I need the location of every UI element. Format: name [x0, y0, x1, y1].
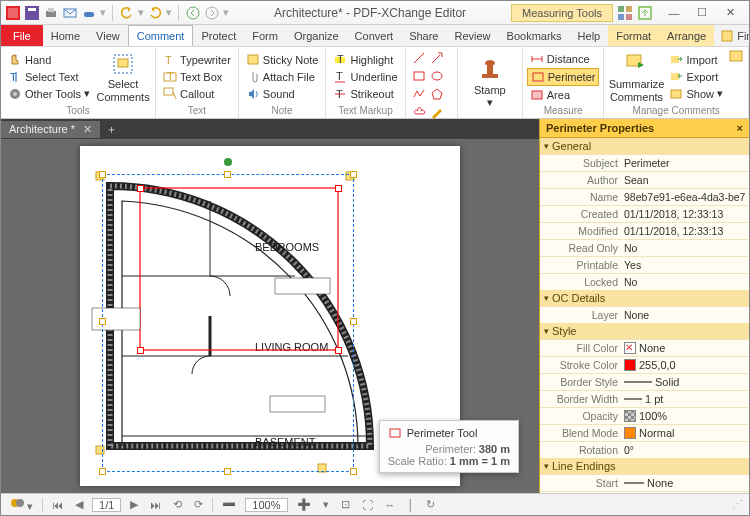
page-first-icon[interactable]: ⏮: [49, 499, 66, 511]
menu-comment[interactable]: Comment: [128, 25, 194, 46]
rotate-cw-icon[interactable]: ↻: [423, 498, 438, 511]
selection-bounds[interactable]: [102, 174, 354, 472]
strikeout-tool[interactable]: TStrikeout: [330, 86, 400, 102]
scan-icon[interactable]: [81, 5, 97, 21]
new-tab-button[interactable]: ＋: [100, 122, 123, 137]
shape-cloud-icon[interactable]: [412, 105, 427, 120]
page-prev-icon[interactable]: ◀: [72, 498, 86, 511]
select-comments-tool[interactable]: Select Comments: [95, 49, 151, 104]
sticky-note-tool[interactable]: Sticky Note: [243, 52, 322, 68]
typewriter-tool[interactable]: TTypewriter: [160, 52, 234, 68]
menu-help[interactable]: Help: [570, 25, 609, 46]
find-button[interactable]: Find...: [714, 25, 750, 46]
export-comments[interactable]: Export: [666, 69, 726, 85]
nav-fwd-icon[interactable]: [204, 5, 220, 21]
redo-icon[interactable]: [147, 5, 163, 21]
shape-arrow-icon[interactable]: [430, 51, 445, 66]
shape-rect-icon[interactable]: [412, 69, 427, 84]
window-title: Architecture* - PDF-XChange Editor: [229, 6, 511, 20]
section-oc[interactable]: ▾OC Details: [540, 290, 749, 306]
ribbon-group-manage: Summarize Comments Import Export Show ▾ …: [604, 47, 749, 118]
shape-line-icon[interactable]: [412, 51, 427, 66]
section-style[interactable]: ▾Style: [540, 323, 749, 339]
minimize-button[interactable]: —: [661, 4, 687, 22]
stamp-tool[interactable]: Stamp ▾: [462, 49, 518, 115]
zoom-width-icon[interactable]: ↔: [382, 499, 399, 511]
svg-text:T: T: [165, 54, 172, 66]
perimeter-tool[interactable]: Perimeter: [527, 68, 600, 86]
save-icon[interactable]: [24, 5, 40, 21]
show-comments[interactable]: Show ▾: [666, 86, 726, 102]
shape-polygon-icon[interactable]: [430, 87, 445, 102]
menu-convert[interactable]: Convert: [347, 25, 402, 46]
options-icon[interactable]: ▾: [7, 496, 36, 513]
menu-review[interactable]: Review: [446, 25, 498, 46]
resize-grip[interactable]: ⋰: [732, 498, 743, 511]
menu-view[interactable]: View: [88, 25, 128, 46]
highlight-tool[interactable]: THighlight: [330, 52, 400, 68]
page-last-icon[interactable]: ⏭: [147, 499, 164, 511]
print-icon[interactable]: [43, 5, 59, 21]
attach-file-tool[interactable]: Attach File: [243, 69, 322, 85]
svg-point-21: [13, 92, 17, 96]
email-icon[interactable]: [62, 5, 78, 21]
undo-icon[interactable]: [119, 5, 135, 21]
page-next-icon[interactable]: ▶: [127, 498, 141, 511]
close-panel-icon[interactable]: ×: [737, 122, 743, 134]
section-general[interactable]: ▾General: [540, 138, 749, 154]
canvas[interactable]: BEDROOMS LIVING ROOM BASEMENT: [1, 139, 539, 493]
svg-rect-27: [164, 88, 173, 95]
svg-rect-3: [28, 8, 36, 11]
close-tab-icon[interactable]: ✕: [83, 123, 92, 136]
other-tools[interactable]: Other Tools ▾: [5, 86, 93, 102]
svg-rect-23: [118, 59, 128, 67]
menu-bookmarks[interactable]: Bookmarks: [499, 25, 570, 46]
svg-rect-1: [8, 8, 18, 18]
shape-oval-icon[interactable]: [430, 69, 445, 84]
zoom-level[interactable]: 100%: [245, 498, 287, 512]
select-text-tool[interactable]: TSelect Text: [5, 69, 93, 85]
zoom-in-icon[interactable]: ➕: [294, 498, 314, 511]
summarize-comments[interactable]: Summarize Comments: [608, 49, 664, 104]
nav-back-icon[interactable]: [185, 5, 201, 21]
shape-pencil-icon[interactable]: [430, 105, 445, 120]
hand-tool[interactable]: Hand: [5, 52, 93, 68]
callout-tool[interactable]: Callout: [160, 86, 234, 102]
svg-rect-48: [532, 91, 542, 99]
zoom-actual-icon[interactable]: ⊡: [338, 498, 353, 511]
maximize-button[interactable]: ☐: [689, 4, 715, 22]
underline-tool[interactable]: TUnderline: [330, 69, 400, 85]
svg-rect-13: [626, 14, 632, 20]
file-menu[interactable]: File: [1, 25, 43, 46]
distance-tool[interactable]: Distance: [527, 51, 600, 67]
launch-icon[interactable]: [637, 5, 653, 21]
ribbon-group-note: Sticky Note Attach File Sound Note: [239, 47, 327, 118]
ui-options-icon[interactable]: [617, 5, 633, 21]
menu-arrange[interactable]: Arrange: [659, 25, 714, 46]
area-tool[interactable]: Area: [527, 87, 600, 103]
shape-polyline-icon[interactable]: [412, 87, 427, 102]
zoom-fit-icon[interactable]: ⛶: [359, 499, 376, 511]
textbox-tool[interactable]: TText Box: [160, 69, 234, 85]
zoom-out-icon[interactable]: ➖: [219, 498, 239, 511]
page-nav-fwd-icon[interactable]: ⟳: [191, 498, 206, 511]
menu-protect[interactable]: Protect: [193, 25, 244, 46]
svg-point-9: [206, 7, 218, 19]
ribbon: Hand TSelect Text Other Tools ▾ Select C…: [1, 47, 749, 119]
menu-organize[interactable]: Organize: [286, 25, 347, 46]
svg-rect-15: [722, 31, 732, 41]
menu-share[interactable]: Share: [401, 25, 446, 46]
menu-form[interactable]: Form: [244, 25, 286, 46]
page-indicator[interactable]: 1/1: [92, 498, 121, 512]
close-button[interactable]: ✕: [717, 4, 743, 22]
document-tab[interactable]: Architecture *✕: [1, 121, 100, 138]
page-nav-back-icon[interactable]: ⟲: [170, 498, 185, 511]
import-comments[interactable]: Import: [666, 52, 726, 68]
svg-rect-29: [248, 55, 258, 64]
menu-home[interactable]: Home: [43, 25, 88, 46]
sound-tool[interactable]: Sound: [243, 86, 322, 102]
menu-format[interactable]: Format: [608, 25, 659, 46]
section-line[interactable]: ▾Line Endings: [540, 458, 749, 474]
svg-rect-52: [671, 90, 681, 98]
comments-list-icon[interactable]: [728, 49, 744, 65]
